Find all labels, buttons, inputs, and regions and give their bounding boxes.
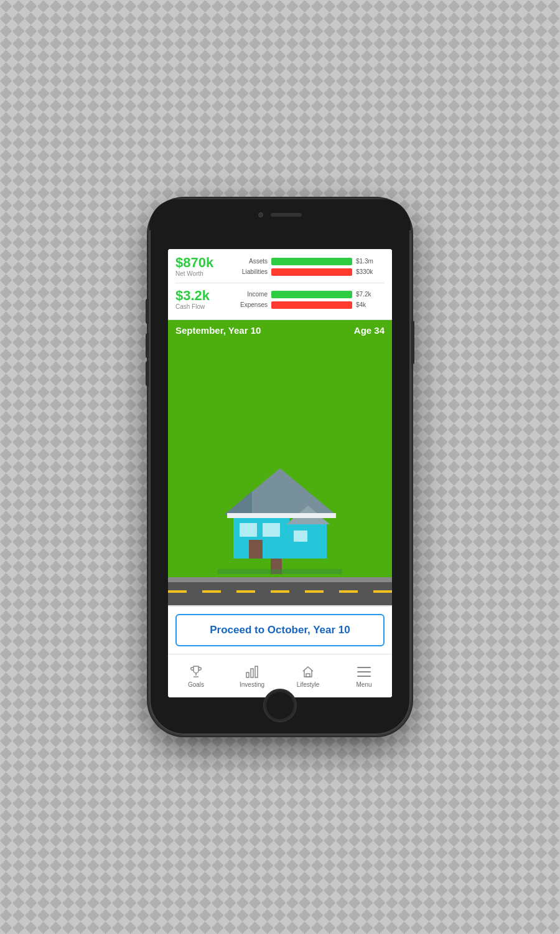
nav-item-goals[interactable]: Goals [168, 654, 224, 697]
menu-icon [355, 664, 373, 679]
assets-bar [271, 258, 352, 265]
svg-rect-16 [255, 666, 258, 677]
income-bar-row: Income $7.2k [231, 291, 385, 298]
lifestyle-nav-label: Lifestyle [297, 681, 320, 688]
stats-divider [175, 283, 385, 283]
scene-age: Age 34 [354, 325, 385, 336]
liabilities-label: Liabilities [231, 268, 268, 275]
expenses-label: Expenses [231, 301, 268, 308]
svg-rect-6 [240, 523, 257, 537]
road-border [168, 577, 392, 582]
earpiece-speaker [271, 213, 302, 217]
income-expenses-bars: Income $7.2k Expenses $4k [231, 291, 385, 309]
road [168, 577, 392, 605]
expenses-bar-row: Expenses $4k [231, 301, 385, 309]
lifestyle-icon [299, 664, 317, 679]
svg-rect-5 [227, 513, 336, 518]
assets-value: $1.3m [356, 258, 378, 265]
nav-item-menu[interactable]: Menu [336, 654, 392, 697]
menu-nav-label: Menu [356, 681, 371, 688]
proceed-button[interactable]: Proceed to October, Year 10 [175, 614, 385, 646]
income-label: Income [231, 291, 268, 298]
net-worth-value: $870k [175, 255, 231, 270]
scene-header: September, Year 10 Age 34 [168, 320, 392, 341]
svg-rect-15 [251, 669, 253, 677]
phone-top [149, 199, 411, 230]
income-value: $7.2k [356, 291, 378, 298]
proceed-section: Proceed to October, Year 10 [168, 605, 392, 654]
liabilities-bar [271, 268, 352, 276]
phone-shell: $870k Net Worth Assets $1.3m Liabilities… [149, 199, 411, 735]
svg-marker-1 [224, 491, 252, 515]
game-scene: September, Year 10 Age 34 [168, 320, 392, 605]
cash-flow-row: $3.2k Cash Flow Income $7.2k Expenses $4… [175, 288, 385, 311]
investing-icon [243, 664, 261, 679]
net-worth-row: $870k Net Worth Assets $1.3m Liabilities… [175, 255, 385, 278]
road-dashes [168, 590, 392, 593]
investing-nav-label: Investing [240, 681, 264, 688]
assets-liabilities-bars: Assets $1.3m Liabilities $330k [231, 258, 385, 276]
cash-flow-label: Cash Flow [175, 303, 231, 311]
goals-icon [187, 664, 205, 679]
svg-rect-9 [249, 540, 263, 559]
svg-rect-7 [263, 523, 280, 537]
phone-screen: $870k Net Worth Assets $1.3m Liabilities… [168, 249, 392, 697]
svg-rect-11 [218, 569, 342, 574]
svg-rect-14 [246, 672, 249, 677]
expenses-value: $4k [356, 301, 378, 308]
svg-rect-8 [294, 531, 307, 542]
home-button[interactable] [263, 689, 297, 722]
stats-section: $870k Net Worth Assets $1.3m Liabilities… [168, 249, 392, 320]
net-worth-block: $870k Net Worth [175, 255, 231, 278]
house-illustration [218, 456, 342, 580]
assets-label: Assets [231, 258, 268, 265]
liabilities-bar-row: Liabilities $330k [231, 268, 385, 276]
cash-flow-value: $3.2k [175, 288, 231, 303]
expenses-bar [271, 301, 352, 309]
scene-ground [168, 341, 392, 605]
goals-nav-label: Goals [188, 681, 204, 688]
front-camera-icon [258, 212, 263, 217]
assets-bar-row: Assets $1.3m [231, 258, 385, 265]
income-bar [271, 291, 352, 298]
cash-flow-block: $3.2k Cash Flow [175, 288, 231, 311]
net-worth-label: Net Worth [175, 270, 231, 278]
scene-month: September, Year 10 [175, 325, 261, 336]
liabilities-value: $330k [356, 268, 378, 275]
svg-rect-17 [306, 674, 310, 677]
